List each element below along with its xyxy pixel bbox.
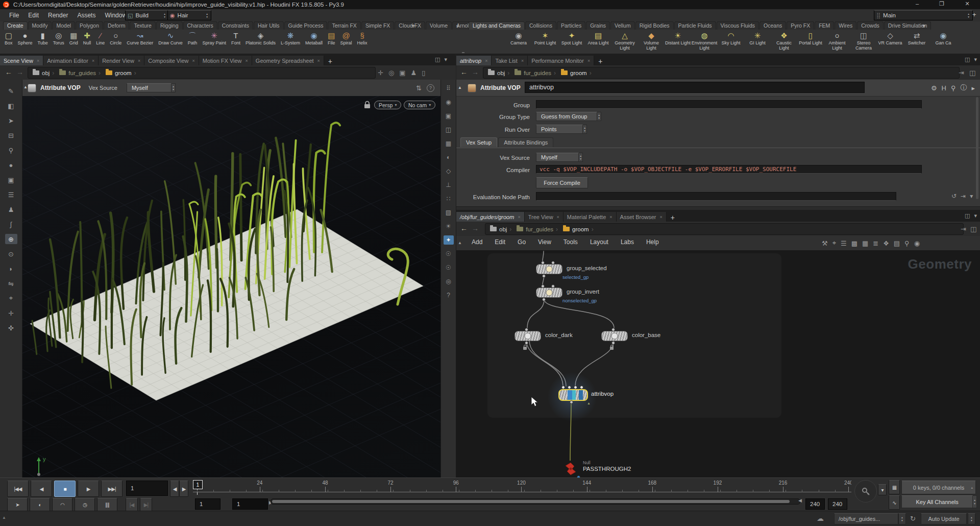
- snapshot-icon[interactable]: ▣: [444, 111, 454, 121]
- gear-icon[interactable]: ⚙: [931, 84, 937, 92]
- shelf-tool[interactable]: ▮ Tube: [35, 30, 51, 46]
- pane-menu-icon[interactable]: ▾: [444, 56, 447, 63]
- node-name[interactable]: group_invert: [567, 289, 599, 295]
- page-icon[interactable]: ▯: [422, 69, 425, 77]
- target-icon[interactable]: ⌖: [5, 293, 17, 303]
- spinner[interactable]: ▴▾: [205, 12, 209, 18]
- breadcrumb-item[interactable]: obj ›: [31, 69, 56, 77]
- set-key-button[interactable]: [854, 480, 877, 503]
- close-button[interactable]: ✕: [961, 1, 974, 7]
- shelf-tool[interactable]: ▤ Area Light: [585, 30, 611, 46]
- environment-icon[interactable]: ◎: [444, 277, 454, 286]
- jump-start-button[interactable]: |◀◀: [7, 481, 29, 497]
- character-icon[interactable]: ♟: [5, 204, 17, 214]
- pane-tab[interactable]: Take List ×: [492, 56, 528, 65]
- shelf-tab[interactable]: Guide Process: [284, 21, 328, 30]
- spinner[interactable]: ▴▾: [973, 495, 977, 508]
- range-slider-right-handle[interactable]: ◀: [798, 498, 802, 503]
- force-compile-button[interactable]: Force Compile: [536, 177, 588, 188]
- shelf-tool[interactable]: ◠ Sky Light: [718, 30, 744, 46]
- shelf-tab[interactable]: Texture: [130, 21, 155, 30]
- close-icon[interactable]: ×: [92, 58, 94, 63]
- shelf-tool[interactable]: ▦ Grid: [67, 30, 81, 46]
- spinner[interactable]: ▴▾: [967, 12, 970, 18]
- shelf-tool[interactable]: ◈ Platonic Solids: [243, 30, 278, 46]
- shelf-tab[interactable]: Volume: [426, 21, 452, 30]
- pane-tab[interactable]: Tree View ×: [525, 212, 564, 222]
- lock-icon[interactable]: ⊟: [5, 130, 17, 140]
- sort-icon[interactable]: ⇅: [416, 84, 422, 92]
- pin-icon[interactable]: ⇥: [959, 69, 964, 77]
- shelf-tab[interactable]: Pyro FX: [787, 21, 814, 30]
- help-icon[interactable]: ?: [427, 84, 434, 92]
- pane-tab[interactable]: Scene View ×: [0, 56, 43, 65]
- shelf-tool[interactable]: △ Geometry Light: [611, 30, 638, 52]
- range-end-field[interactable]: 240: [805, 498, 825, 510]
- keyed-channels-icon[interactable]: ▦: [889, 480, 900, 494]
- display-options-icon[interactable]: ✦: [444, 235, 454, 245]
- sim-cache-icon[interactable]: ◠: [52, 498, 72, 511]
- list-icon[interactable]: ☰: [5, 189, 17, 200]
- node-chooser-icon[interactable]: ⇥: [961, 193, 966, 200]
- keys-summary-button[interactable]: 0 keys, 0/0 channels ▴: [901, 481, 976, 494]
- node-name[interactable]: group_selected: [567, 265, 607, 271]
- menu-item[interactable]: Tools: [559, 237, 582, 247]
- back-icon[interactable]: ←: [460, 224, 468, 232]
- shelf-tool[interactable]: ⇄ Switcher: [903, 30, 930, 46]
- search-icon[interactable]: ⚲: [904, 240, 910, 247]
- menu-item[interactable]: Layout: [586, 237, 612, 247]
- add-shelf-tab-button[interactable]: +: [919, 22, 929, 30]
- shelf-tool[interactable]: ◫ Stereo Camera: [850, 30, 877, 52]
- shelf-tool[interactable]: ∿ Draw Curve: [156, 30, 185, 46]
- capsule-icon[interactable]: ◗: [5, 264, 17, 274]
- shelf-tab[interactable]: Grains: [586, 21, 610, 30]
- menu-item[interactable]: Edit: [491, 237, 509, 247]
- shelf-tab[interactable]: Simple FX: [361, 21, 394, 30]
- pane-splitter-icon[interactable]: ▲: [458, 241, 462, 245]
- breadcrumb[interactable]: obj › fur_guides › groom ›: [485, 223, 964, 235]
- back-icon[interactable]: ←: [5, 68, 12, 76]
- notes-icon[interactable]: ▤: [894, 240, 900, 247]
- gizmo-icon[interactable]: ✛: [5, 308, 17, 318]
- eval-node-path-field[interactable]: [536, 192, 896, 201]
- vex-source-dropdown[interactable]: Myself ▴▾: [127, 83, 176, 92]
- close-icon[interactable]: ×: [587, 58, 590, 63]
- menu-item[interactable]: Add: [468, 237, 486, 247]
- search-icon[interactable]: ⚲: [951, 84, 956, 92]
- shelf-tool[interactable]: ☀ Distant Light: [665, 30, 691, 46]
- shelf-tool[interactable]: ✳ Spray Paint: [200, 30, 229, 46]
- pane-tab[interactable]: Composite View ×: [144, 56, 199, 65]
- spinner[interactable]: ▴▾: [172, 83, 176, 92]
- group-field[interactable]: [536, 100, 922, 109]
- pane-tab[interactable]: /obj/fur_guides/groom ×: [456, 212, 525, 222]
- shelf-tool[interactable]: ◇ VR Camera: [877, 30, 903, 46]
- shelf-tab[interactable]: Create: [3, 21, 28, 30]
- shelf-tab[interactable]: FEM: [815, 21, 834, 30]
- help-icon[interactable]: ?: [444, 291, 454, 300]
- menu-item[interactable]: Assets: [73, 11, 100, 20]
- grid-small-icon[interactable]: ▩: [851, 240, 857, 247]
- shelf-tool[interactable]: ◍ Environment Light: [691, 30, 718, 52]
- points-icon[interactable]: ∷: [444, 194, 454, 203]
- param-folder-tab[interactable]: Vex Setup: [460, 137, 497, 147]
- node-name-field[interactable]: attribvop: [525, 82, 865, 93]
- shelf-tool[interactable]: ⌒ Path: [185, 30, 200, 46]
- close-icon[interactable]: ×: [557, 214, 559, 220]
- normals-icon[interactable]: ⊥: [444, 180, 454, 189]
- scene-viewport[interactable]: y Persp▾ No cam▾: [22, 96, 440, 477]
- shelf-tool[interactable]: ❋ L-System: [278, 30, 303, 46]
- shelf-tab[interactable]: Rigid Bodies: [635, 21, 674, 30]
- shelf-tool[interactable]: ○ Circle: [107, 30, 124, 46]
- bone-icon[interactable]: ∫: [5, 219, 17, 229]
- shelf-tab[interactable]: Model: [52, 21, 75, 30]
- key-options-button[interactable]: ▾: [878, 484, 887, 495]
- character-icon[interactable]: ♟: [411, 69, 417, 77]
- breadcrumb-item[interactable]: obj ›: [488, 226, 513, 233]
- pane-tab[interactable]: Performance Monitor ×: [528, 56, 594, 65]
- shelf-tool[interactable]: ○ Ambient Light: [824, 30, 850, 52]
- network-canvas[interactable]: Geometry group_selected selected_gp: [456, 250, 980, 477]
- prev-key-button[interactable]: |◀: [126, 498, 138, 511]
- shelf-tab[interactable]: Crowds: [857, 21, 884, 30]
- add-desktop-button[interactable]: +: [972, 11, 976, 18]
- shelf-tab[interactable]: Deform: [104, 21, 129, 30]
